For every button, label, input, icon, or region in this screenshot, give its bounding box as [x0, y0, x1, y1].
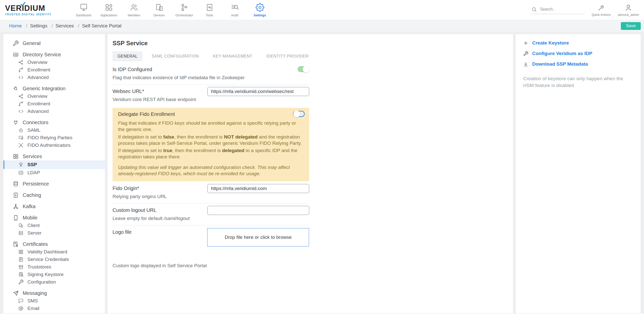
id-card-icon — [18, 170, 24, 175]
tools-icon — [205, 3, 214, 12]
delegate-fido-toggle[interactable] — [293, 111, 305, 117]
sidebar-item-mobile[interactable]: Mobile — [3, 214, 105, 222]
sidebar-item-general[interactable]: General — [3, 39, 105, 47]
sidebar-item-connectors[interactable]: Connectors — [3, 118, 105, 126]
sidebar-item-client[interactable]: Client — [3, 222, 105, 229]
sidebar-item-enrollment[interactable]: Enrollment — [3, 100, 105, 108]
sidebar-item-server[interactable]: Server — [3, 229, 105, 237]
nav-identities[interactable]: Identities — [121, 3, 147, 17]
websec-url-input[interactable] — [207, 87, 309, 96]
route-icon — [18, 101, 24, 107]
page-title: SSP Service — [113, 40, 513, 47]
delegate-paragraph-if-delegation-is-set-to-false-then-the-e: If delegation is set to false, then the … — [118, 134, 304, 147]
wand-icon — [597, 4, 605, 12]
sidebar-item-caching[interactable]: Caching — [3, 191, 105, 199]
sidebar-item-persistence[interactable]: Persistence — [3, 180, 105, 188]
sidebar-item-ldap[interactable]: LDAP — [3, 169, 105, 176]
breadcrumb: Home / Settings / Services / Self Servic… — [9, 23, 121, 29]
sidebar-item-service-credentials[interactable]: Service Credentials — [3, 256, 105, 263]
send-icon — [13, 290, 19, 296]
custom-logout-description: Leave empty for default /saml/logout — [113, 216, 309, 221]
nav-applications[interactable]: Applications — [96, 3, 121, 17]
search-input[interactable] — [540, 7, 578, 12]
sidebar-item-overview[interactable]: Overview — [3, 59, 105, 66]
wrench-icon — [13, 40, 19, 47]
grid-icon — [13, 153, 19, 160]
sidebar-item-fido-relying-parties[interactable]: FIDO Relying Parties — [3, 134, 105, 142]
delegate-paragraph-if-delegation-is-set-to-true-then-the-en: If delegation is set to true, then the e… — [118, 147, 304, 160]
delegate-paragraph-flag-that-indicates-if-fido-keys-should-: Flag that indicates if FIDO keys should … — [118, 120, 304, 133]
user-menu[interactable]: aencica_admin — [618, 4, 639, 17]
toggle-knob — [293, 111, 300, 117]
sidebar-item-generic-integration[interactable]: Generic Integration — [3, 84, 105, 93]
is-idp-toggle[interactable] — [298, 66, 309, 72]
content-area: General AD Directory Service Overview En… — [0, 32, 644, 313]
sidebar-item-sms[interactable]: SMS — [3, 297, 105, 305]
sidebar-item-saml[interactable]: SAML — [3, 126, 105, 134]
nav-devices[interactable]: Devices — [147, 3, 172, 17]
sidebar-item-truststores[interactable]: Truststores — [3, 263, 105, 271]
svg-text:AD: AD — [14, 53, 17, 56]
sidebar-item-services[interactable]: Services — [3, 152, 105, 160]
user-icon — [624, 4, 632, 12]
sidebar-item-configuration[interactable]: Configuration — [3, 278, 105, 286]
sidebar-item-advanced[interactable]: Advanced — [3, 74, 105, 81]
sidebar-item-email[interactable]: Email — [3, 305, 105, 312]
tab-key-management[interactable]: KEY MANAGEMENT — [208, 51, 257, 61]
field-logo-file: Logo file Drop file here or click to bro… — [113, 225, 309, 259]
nav-orchestrator[interactable]: Orchestrator — [172, 3, 197, 17]
field-websec-url: Websec URL* Veridium core REST API base … — [113, 85, 309, 106]
sidebar-item-certificates[interactable]: Certificates — [3, 240, 105, 248]
action-create-keystore[interactable]: Create Keystore — [523, 40, 633, 46]
field-fido-origin: Fido Origin* Relying party origins URL — [113, 182, 309, 204]
plug-diagonal-icon — [13, 85, 19, 92]
is-idp-label: Is IDP Configured — [113, 67, 309, 72]
sidebar-item-overview[interactable]: Overview — [3, 93, 105, 100]
tab-identity-provider[interactable]: IDENTITY PROVIDER — [261, 51, 313, 61]
veridium-logo[interactable]: VERIDIUM TRUSTED DIGITAL IDENTITY — [5, 4, 62, 16]
sidebar-item-directory-service[interactable]: AD Directory Service — [3, 51, 105, 59]
save-button[interactable]: Save — [621, 22, 641, 30]
nav-tools[interactable]: Tools — [197, 3, 222, 17]
breadcrumb-home[interactable]: Home / — [9, 23, 30, 29]
custom-logout-input[interactable] — [207, 206, 309, 215]
tab-saml-configuration[interactable]: SAML CONFIGURATION — [147, 51, 204, 61]
sidebar-item-signing-keystore[interactable]: Signing Keystore — [3, 271, 105, 278]
code-icon — [18, 109, 24, 114]
delegate-fido-help: Flag that indicates if FIDO keys should … — [118, 120, 304, 160]
sidebar-item-messaging[interactable]: Messaging — [3, 289, 105, 297]
quick-actions-label: Quick Actions — [592, 13, 611, 17]
nav-dashboard[interactable]: Dashboard — [71, 3, 96, 17]
sidebar-item-enrollment[interactable]: Enrollment — [3, 66, 105, 74]
nav-settings[interactable]: Settings — [247, 3, 272, 17]
dashboard-icon — [79, 3, 88, 12]
sidebar-item-fido-authenticators[interactable]: FIDO Authenticators — [3, 142, 105, 149]
delegate-fido-label: Delegate Fido Enrollment — [118, 111, 304, 117]
nav-audit[interactable]: Audit — [222, 3, 247, 17]
quick-actions-button[interactable]: Quick Actions — [592, 4, 611, 17]
username-label: aencica_admin — [618, 13, 639, 17]
breadcrumb-self-service-portal[interactable]: Self Service Portal / — [82, 23, 121, 29]
doc-lines-icon — [18, 257, 24, 262]
search-icon[interactable] — [531, 7, 537, 12]
delegate-fido-panel: Delegate Fido Enrollment Flag that indic… — [113, 108, 309, 181]
tab-general[interactable]: GENERAL — [113, 51, 142, 61]
sidebar-item-advanced[interactable]: Advanced — [3, 108, 105, 115]
sidebar-item-ssp[interactable]: SSP — [3, 160, 105, 169]
wrench-icon — [523, 51, 528, 56]
sidebar-item-kafka[interactable]: Kafka — [3, 202, 105, 210]
plus-icon — [523, 40, 528, 46]
database-icon — [13, 181, 19, 187]
breadcrumb-services[interactable]: Services / — [55, 23, 82, 29]
fido-origin-input[interactable] — [207, 184, 309, 193]
doc-lock-icon — [18, 272, 24, 277]
kafka-icon — [13, 203, 19, 210]
client-icon — [18, 223, 24, 228]
breadcrumb-separator: / — [26, 23, 27, 28]
action-download-ssp-metadata[interactable]: Download SSP Metadata — [523, 61, 633, 67]
action-configure-veridium-as-idp[interactable]: Configure Veridium as IDP — [523, 51, 633, 56]
sidebar-item-validity-dashboard[interactable]: Validity Dashboard — [3, 248, 105, 256]
breadcrumb-settings[interactable]: Settings / — [30, 23, 55, 29]
field-is-idp-configured: Is IDP Configured Flag that indicates ex… — [113, 63, 309, 85]
logo-file-dropzone[interactable]: Drop file here or click to browse — [207, 228, 309, 247]
